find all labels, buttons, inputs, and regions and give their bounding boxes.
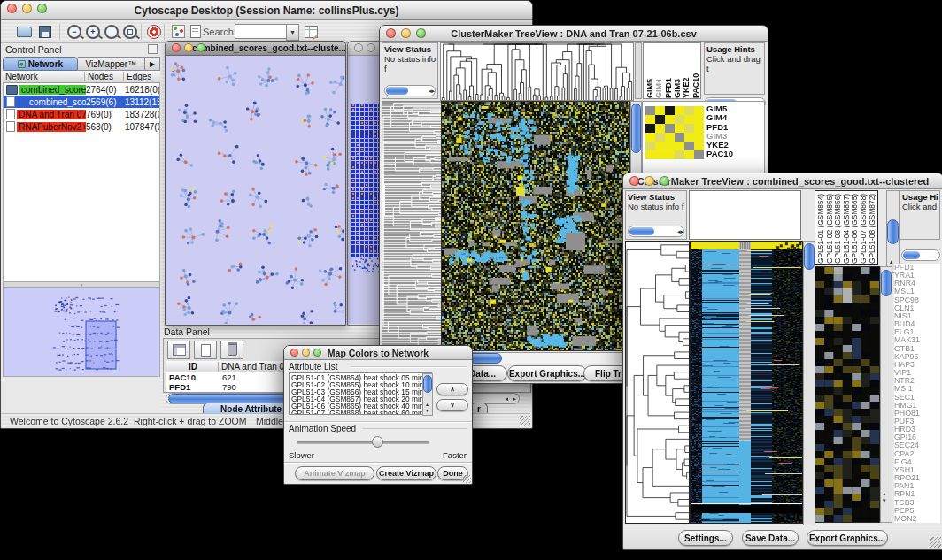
search-dropdown-icon[interactable]: ▼ — [286, 24, 299, 41]
view-status-scrollbar[interactable]: ◂▸ — [628, 226, 684, 237]
scroll-down-icon[interactable]: ▼ — [425, 408, 429, 414]
global-heatmap[interactable] — [690, 241, 803, 524]
zoom-fit-icon[interactable] — [121, 23, 139, 40]
zoom-window-icon[interactable] — [660, 176, 669, 186]
scroll-left-icon[interactable]: ◂ — [505, 395, 508, 402]
row-dendrogram[interactable] — [382, 101, 442, 351]
zoom-heatmap-matrix[interactable] — [645, 106, 704, 159]
usage-hints-scrollbar[interactable] — [901, 249, 940, 261]
vizmapper-icon[interactable] — [169, 23, 187, 40]
close-icon[interactable] — [386, 28, 396, 38]
network-canvas[interactable] — [166, 56, 344, 324]
treeview2-titlebar[interactable]: ClusterMaker TreeView : combined_scores_… — [623, 173, 942, 189]
save-data-button[interactable]: Save Data... — [742, 530, 799, 546]
scroll-up-icon[interactable]: ▴ — [890, 258, 893, 265]
tab-network[interactable]: Network — [3, 57, 78, 71]
scroll-down-icon[interactable]: ▾ — [883, 497, 886, 503]
data-panel-title: Data Panel — [164, 326, 210, 337]
export-graphics-button[interactable]: Export Graphics... — [507, 365, 587, 381]
network-table[interactable]: combined_scores 2764(0) 16218(0) combine… — [3, 83, 160, 282]
annotation-icon[interactable] — [187, 23, 205, 40]
network-view-frame[interactable]: combined_scores_good.txt--cluste... — [165, 41, 346, 326]
row-dendrogram[interactable] — [625, 241, 690, 524]
frame-titlebar[interactable]: combined_scores_good.txt--cluste... — [166, 42, 345, 56]
column-dendrogram[interactable] — [440, 42, 634, 101]
main-titlebar[interactable]: Cytoscape Desktop (Session Name: collins… — [1, 1, 532, 20]
zoom-out-icon[interactable]: − — [66, 23, 83, 40]
save-icon[interactable] — [36, 23, 54, 40]
zoom-vscrollbar[interactable]: ▴ ▾ — [880, 266, 892, 523]
close-icon[interactable] — [172, 43, 181, 52]
attribute-table-icon[interactable] — [302, 23, 320, 40]
move-down-button[interactable]: ∨ — [436, 399, 468, 411]
global-heatmap[interactable] — [441, 101, 630, 351]
scroll-up-icon[interactable]: ▴ — [883, 490, 886, 496]
column-label: GPL51-06 (GSM865) — [851, 193, 860, 264]
resize-grip[interactable] — [520, 416, 530, 426]
float-panel-icon[interactable] — [148, 44, 158, 54]
gene-label: SEC24 — [894, 441, 940, 449]
close-icon[interactable] — [7, 4, 17, 13]
column-labels-vscrollbar[interactable]: ▴ ▾ — [886, 190, 900, 273]
tab-overflow-arrow-icon[interactable]: ▶ — [145, 57, 160, 71]
dialog-titlebar[interactable]: Map Colors to Network — [284, 346, 472, 360]
zoom-window-icon[interactable] — [197, 43, 205, 52]
attribute-list-item[interactable]: GPL51-02 (GSM855) heat shock 10 min — [291, 381, 431, 388]
minimize-icon[interactable] — [184, 43, 193, 52]
network-overview-thumbnail[interactable] — [3, 288, 160, 377]
create-vizmap-button[interactable]: Create Vizmap — [376, 466, 436, 480]
settings-button[interactable]: Settings... — [678, 530, 733, 546]
zoom-window-icon[interactable] — [313, 349, 321, 357]
zoom-window-icon[interactable] — [416, 28, 426, 38]
delete-attribute-trash-icon[interactable] — [220, 341, 243, 359]
minimize-icon[interactable] — [302, 349, 310, 357]
close-icon[interactable] — [629, 176, 639, 186]
tab-vizmapper[interactable]: VizMapper™ — [78, 57, 145, 71]
network-row[interactable]: combined_sco 2569(6) 13112(15) — [4, 96, 159, 108]
export-graphics-button[interactable]: Export Graphics... — [807, 530, 888, 546]
column-label: GPL51-04 (GSM857) — [843, 193, 852, 264]
move-up-button[interactable]: ∧ — [436, 383, 468, 395]
new-attribute-icon[interactable] — [194, 341, 217, 359]
scroll-right-icon[interactable]: ▸ — [513, 395, 516, 402]
zoom-heatmap[interactable] — [815, 266, 880, 523]
network-row[interactable]: RNAPuberNov2+ 563(0) 107847(0) — [4, 120, 159, 133]
attribute-list-item[interactable]: GPL51-01 (GSM854) heat shock 05 min — [291, 374, 431, 381]
attribute-list-item[interactable]: GPL51-07 (GSM868) heat shock 60 min — [291, 410, 431, 415]
resize-grip[interactable] — [930, 537, 941, 548]
heatmap-vscrollbar[interactable] — [803, 241, 815, 525]
attribute-list[interactable]: GPL51-01 (GSM854) heat shock 05 minGPL51… — [289, 372, 432, 415]
scroll-up-icon[interactable]: ▲ — [425, 402, 429, 408]
close-icon[interactable] — [354, 43, 363, 52]
gene-label: PEP5 — [894, 507, 940, 515]
open-folder-icon[interactable] — [15, 23, 33, 40]
resize-grip[interactable] — [463, 475, 471, 483]
treeview1-titlebar[interactable]: ClusterMaker TreeView : DNA and Tran 07-… — [380, 26, 768, 42]
mini-vscrollbar[interactable] — [635, 42, 642, 99]
animate-vizmap-button[interactable]: Animate Vizmap — [295, 466, 374, 480]
gene-label: BUD4 — [894, 320, 940, 328]
zoom-selected-icon[interactable] — [103, 23, 120, 40]
window-controls[interactable] — [7, 4, 47, 13]
network-row[interactable]: DNA and Tran 07 769(0) 183728(0) — [4, 108, 159, 120]
slider-thumb[interactable] — [372, 436, 383, 448]
attribute-list-item[interactable]: GPL51-03 (GSM856) heat shock 15 min — [291, 388, 431, 395]
column-label: GPL51-07 (GSM868) — [860, 193, 869, 264]
minimize-icon[interactable] — [401, 28, 411, 38]
select-attributes-icon[interactable] — [167, 341, 190, 359]
animation-speed-slider[interactable] — [297, 441, 429, 444]
zoom-window-icon[interactable] — [37, 4, 47, 13]
zoom-in-icon[interactable]: + — [84, 23, 102, 40]
network-row[interactable]: combined_scores 2764(0) 16218(0) — [4, 83, 159, 96]
search-input[interactable] — [235, 24, 288, 39]
view-status-panel: View Status No status info f ◂▸ — [382, 42, 438, 99]
close-icon[interactable] — [290, 349, 298, 357]
attribute-list-vscrollbar[interactable]: ▲ ▼ — [422, 373, 433, 416]
minimize-icon[interactable] — [367, 43, 375, 52]
attribute-list-item[interactable]: GPL51-04 (GSM857) heat shock 20 min — [291, 395, 431, 403]
view-status-scrollbar[interactable]: ◂▸ — [384, 85, 436, 96]
minimize-icon[interactable] — [645, 176, 654, 186]
attribute-list-item[interactable]: GPL51-06 (GSM865) heat shock 40 min — [291, 403, 431, 410]
minimize-icon[interactable] — [22, 4, 32, 13]
help-lifebuoy-icon[interactable] — [145, 23, 163, 40]
